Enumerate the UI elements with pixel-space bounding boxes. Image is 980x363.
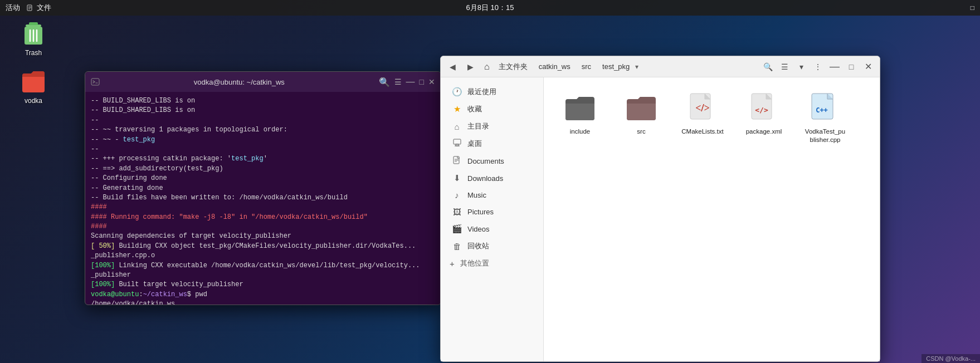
fm-list-view-button[interactable]: ☰ (777, 60, 792, 74)
sidebar-item-videos[interactable]: 🎬 Videos (443, 220, 541, 237)
terminal-line-16: [ 50%] Building CXX object test_pkg/CMak… (91, 242, 435, 251)
terminal-line-15: Scanning dependencies of target velocity… (91, 232, 435, 241)
file-item-vodkatest[interactable]: C++ VodkaTest_publisher.cpp (800, 89, 850, 148)
svg-rect-9 (454, 139, 461, 144)
terminal-line-8: -- ==> add_subdirectory(test_pkg) (91, 164, 435, 174)
terminal-line-17: [100%] Linking CXX executable /home/vodk… (91, 261, 435, 271)
trash-label: Trash (25, 49, 42, 57)
sidebar-item-pictures[interactable]: 🖼 Pictures (443, 204, 541, 220)
cmake-file-icon: / </> (686, 92, 719, 124)
terminal-line-16b: _publisher.cpp.o (91, 251, 435, 261)
terminal-menu-btn[interactable]: ☰ (394, 77, 402, 86)
fm-close-button[interactable]: ✕ (861, 60, 875, 74)
home-icon: ⌂ (452, 122, 462, 131)
topbar-right: □ (971, 4, 974, 12)
fm-sidebar: 🕐 最近使用 ★ 收藏 ⌂ 主目录 (441, 77, 544, 361)
sidebar-item-documents[interactable]: Documents (443, 153, 541, 169)
fm-search-button[interactable]: 🔍 (760, 60, 775, 74)
terminal-line-10: -- Generating done (91, 184, 435, 193)
svg-rect-2 (29, 22, 38, 25)
vodka-folder-icon (20, 68, 47, 95)
sidebar-music-label: Music (467, 191, 486, 199)
file-menu[interactable]: 文件 (27, 3, 51, 13)
terminal-titlebar: vodka@ubuntu: ~/catkin_ws 🔍 ☰ — □ ✕ (85, 72, 441, 92)
fm-sort-button[interactable]: ▾ (794, 60, 808, 74)
file-item-src[interactable]: src (616, 89, 666, 148)
terminal-menu-icon[interactable] (91, 77, 100, 86)
terminal-window: vodka@ubuntu: ~/catkin_ws 🔍 ☰ — □ ✕ -- B… (85, 71, 441, 305)
terminal-line-19: vodka@ubuntu:~/catkin_ws$ pwd (91, 290, 435, 300)
svg-text:</>: </> (755, 106, 768, 114)
fm-maximize-button[interactable]: □ (844, 60, 859, 74)
sidebar-trash-label: 回收站 (467, 241, 489, 251)
cpp-file-icon: C++ (809, 92, 841, 124)
src-folder-icon (625, 92, 657, 124)
fm-breadcrumb-src[interactable]: src (577, 61, 596, 72)
vodka-icon-img (20, 68, 47, 95)
svg-text:C++: C++ (816, 106, 828, 114)
file-menu-icon (27, 4, 35, 12)
terminal-title: vodka@ubuntu: ~/catkin_ws (104, 78, 374, 86)
file-item-package[interactable]: </> package.xml (739, 89, 789, 148)
sidebar-item-bookmarks[interactable]: ★ 收藏 (443, 101, 541, 117)
trash-sidebar-icon: 🗑 (452, 242, 462, 251)
desktop-icon-vodka[interactable]: vodka (11, 68, 56, 105)
desktop: 活动 文件 6月8日 10：15 □ (0, 0, 980, 363)
terminal-line-3: -- (91, 116, 435, 125)
terminal-line-1: -- BUILD_SHARED_LIBS is on (91, 96, 435, 106)
cmakelists-label: CMakeLists.txt (681, 127, 723, 136)
sidebar-videos-label: Videos (467, 225, 490, 233)
desktop-icons: Trash vodka (11, 20, 56, 105)
sidebar-item-desktop[interactable]: 桌面 (443, 135, 541, 152)
trash-icon-img (20, 20, 47, 47)
fm-minimize-button[interactable]: — (827, 60, 842, 74)
file-item-cmakelists[interactable]: / </> CMakeLists.txt (677, 89, 728, 148)
terminal-search-icon[interactable]: 🔍 (379, 77, 390, 87)
sidebar-item-home[interactable]: ⌂ 主目录 (443, 118, 541, 135)
fm-forward-button[interactable]: ▶ (463, 60, 477, 74)
fm-back-button[interactable]: ◀ (445, 60, 460, 74)
src-label: src (637, 127, 645, 136)
terminal-line-2: -- BUILD_SHARED_LIBS is on (91, 106, 435, 115)
terminal-close-btn[interactable]: ✕ (428, 77, 435, 86)
fm-menu-button[interactable]: ⋮ (811, 60, 825, 74)
terminal-minimize-btn[interactable]: — (406, 77, 415, 87)
fm-body: 🕐 最近使用 ★ 收藏 ⌂ 主目录 (441, 77, 880, 361)
bookmarks-icon: ★ (452, 104, 462, 114)
sidebar-other-label: 其他位置 (460, 258, 489, 268)
xml-file-icon: </> (748, 92, 780, 124)
package-label: package.xml (746, 127, 782, 136)
fm-breadcrumb: ⌂ 主文件夹 catkin_ws src test_pkg ▾ (481, 60, 757, 73)
sidebar-recent-label: 最近使用 (467, 87, 496, 97)
terminal-line-13: #### Running command: "make -j8 -l8" in … (91, 213, 435, 222)
xml-svg: </> (748, 92, 779, 124)
sidebar-downloads-label: Downloads (467, 174, 503, 183)
terminal-maximize-btn[interactable]: □ (420, 77, 424, 86)
fm-path-dropdown[interactable]: ▾ (635, 63, 638, 71)
desktop-icon-trash[interactable]: Trash (11, 20, 56, 57)
sidebar-item-recent[interactable]: 🕐 最近使用 (443, 84, 541, 100)
sidebar-desktop-label: 桌面 (467, 139, 482, 149)
sidebar-item-downloads[interactable]: ⬇ Downloads (443, 170, 541, 187)
fm-titlebar: ◀ ▶ ⌂ 主文件夹 catkin_ws src test_pkg ▾ 🔍 ☰ … (441, 56, 880, 77)
file-item-include[interactable]: include (555, 89, 605, 148)
include-label: include (570, 127, 590, 136)
desktop-icon-sidebar (452, 139, 462, 149)
fm-breadcrumb-catkin[interactable]: catkin_ws (534, 61, 575, 72)
sidebar-item-other[interactable]: + 其他位置 (441, 255, 543, 272)
sidebar-documents-label: Documents (467, 157, 504, 165)
src-folder-svg (626, 95, 657, 121)
documents-svg (453, 156, 461, 164)
cpp-svg: C++ (810, 92, 841, 124)
videos-icon: 🎬 (452, 224, 462, 234)
vodkatest-label: VodkaTest_publisher.cpp (803, 127, 847, 144)
sidebar-item-music[interactable]: ♪ Music (443, 187, 541, 203)
music-icon: ♪ (452, 190, 462, 200)
fm-home-icon[interactable]: ⌂ (481, 60, 493, 73)
sidebar-item-trash[interactable]: 🗑 回收站 (443, 238, 541, 254)
terminal-body[interactable]: -- BUILD_SHARED_LIBS is on -- BUILD_SHAR… (85, 92, 441, 305)
activities-button[interactable]: 活动 (6, 3, 20, 13)
fm-breadcrumb-home[interactable]: 主文件夹 (494, 60, 532, 73)
trash-icon (20, 20, 47, 47)
fm-breadcrumb-testpkg[interactable]: test_pkg (598, 61, 634, 72)
